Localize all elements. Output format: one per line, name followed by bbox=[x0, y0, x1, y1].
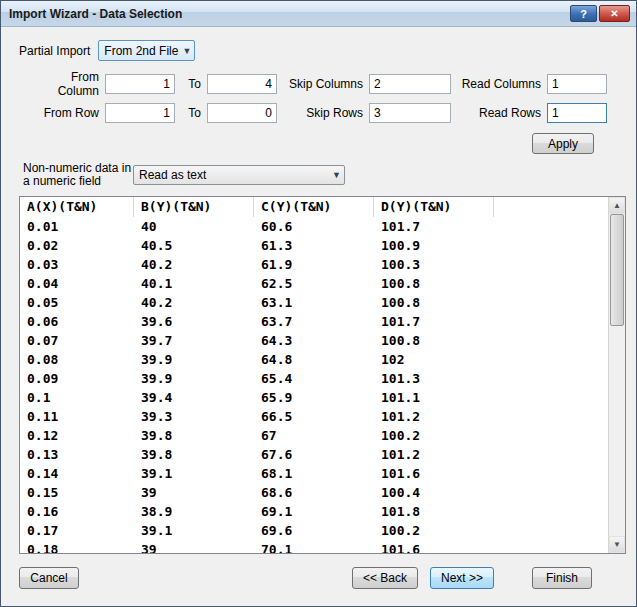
table-cell: 39.9 bbox=[134, 350, 254, 369]
table-cell: 0.02 bbox=[20, 236, 134, 255]
table-cell: 100.3 bbox=[374, 255, 494, 274]
column-header[interactable]: B(Y)(T&N) bbox=[134, 197, 254, 217]
table-cell: 100.4 bbox=[374, 483, 494, 502]
table-cell: 40.5 bbox=[134, 236, 254, 255]
table-cell: 0.12 bbox=[20, 426, 134, 445]
titlebar[interactable]: Import Wizard - Data Selection ? ✕ bbox=[1, 1, 636, 27]
data-preview-table: A(X)(T&N)B(Y)(T&N)C(Y)(T&N)D(Y)(T&N) 0.0… bbox=[19, 196, 626, 554]
non-numeric-dropdown[interactable]: Read as text ▼ bbox=[133, 165, 345, 185]
table-cell: 0.08 bbox=[20, 350, 134, 369]
table-row[interactable]: 0.0540.263.1100.8 bbox=[20, 293, 608, 312]
table-cell: 0.17 bbox=[20, 521, 134, 540]
table-row[interactable]: 0.139.465.9101.1 bbox=[20, 388, 608, 407]
scroll-up-icon: ▲ bbox=[613, 201, 621, 210]
table-row[interactable]: 0.0240.561.3100.9 bbox=[20, 236, 608, 255]
cancel-button[interactable]: Cancel bbox=[19, 567, 79, 589]
table-cell: 0.07 bbox=[20, 331, 134, 350]
skip-rows-input[interactable] bbox=[369, 103, 451, 123]
apply-row: Apply bbox=[1, 133, 594, 154]
table-row[interactable]: 0.0939.965.4101.3 bbox=[20, 369, 608, 388]
table-row[interactable]: 0.0639.663.7101.7 bbox=[20, 312, 608, 331]
table-cell: 39.8 bbox=[134, 445, 254, 464]
table-row[interactable]: 0.153968.6100.4 bbox=[20, 483, 608, 502]
from-column-label: From Column bbox=[31, 70, 105, 98]
vertical-scrollbar[interactable]: ▲ ▼ bbox=[608, 197, 625, 553]
read-rows-input[interactable] bbox=[547, 103, 607, 123]
table-row[interactable]: 0.0739.764.3100.8 bbox=[20, 331, 608, 350]
apply-button[interactable]: Apply bbox=[532, 133, 594, 154]
table-cell: 0.18 bbox=[20, 540, 134, 553]
table-row[interactable]: 0.0839.964.8102 bbox=[20, 350, 608, 369]
range-fields: From Column To Skip Columns Read Columns… bbox=[31, 73, 636, 131]
help-icon: ? bbox=[580, 8, 587, 20]
to-column-label: To bbox=[175, 77, 207, 91]
from-column-input[interactable] bbox=[105, 74, 175, 94]
help-button[interactable]: ? bbox=[570, 5, 597, 22]
skip-columns-input[interactable] bbox=[369, 74, 451, 94]
scrollbar-track[interactable] bbox=[609, 214, 625, 536]
table-row[interactable]: 0.1638.969.1101.8 bbox=[20, 502, 608, 521]
table-cell: 0.06 bbox=[20, 312, 134, 331]
table-cell: 68.1 bbox=[254, 464, 374, 483]
scroll-up-button[interactable]: ▲ bbox=[609, 197, 625, 214]
table-row[interactable]: 0.0440.162.5100.8 bbox=[20, 274, 608, 293]
from-row-label: From Row bbox=[31, 106, 105, 120]
to-row-input[interactable] bbox=[207, 103, 277, 123]
to-row-label: To bbox=[175, 106, 207, 120]
table-cell: 40 bbox=[134, 217, 254, 236]
table-cell: 68.6 bbox=[254, 483, 374, 502]
table-row[interactable]: 0.1339.867.6101.2 bbox=[20, 445, 608, 464]
table-cell: 61.3 bbox=[254, 236, 374, 255]
table-row[interactable]: 0.1439.168.1101.6 bbox=[20, 464, 608, 483]
next-button[interactable]: Next >> bbox=[430, 567, 494, 589]
column-header[interactable]: A(X)(T&N) bbox=[20, 197, 134, 217]
table-cell: 65.4 bbox=[254, 369, 374, 388]
table-grid: A(X)(T&N)B(Y)(T&N)C(Y)(T&N)D(Y)(T&N) 0.0… bbox=[20, 197, 608, 553]
column-header[interactable]: C(Y)(T&N) bbox=[254, 197, 374, 217]
chevron-down-icon: ▼ bbox=[179, 46, 194, 56]
scrollbar-thumb[interactable] bbox=[610, 214, 624, 326]
table-row[interactable]: 0.1239.867100.2 bbox=[20, 426, 608, 445]
non-numeric-row: Non-numeric data in a numeric field Read… bbox=[23, 162, 636, 188]
table-cell: 39 bbox=[134, 540, 254, 553]
table-cell: 102 bbox=[374, 350, 494, 369]
table-cell: 101.8 bbox=[374, 502, 494, 521]
close-button[interactable]: ✕ bbox=[599, 5, 630, 22]
table-cell: 0.11 bbox=[20, 407, 134, 426]
table-row[interactable]: 0.0340.261.9100.3 bbox=[20, 255, 608, 274]
table-cell: 0.04 bbox=[20, 274, 134, 293]
table-cell: 63.1 bbox=[254, 293, 374, 312]
table-cell: 66.5 bbox=[254, 407, 374, 426]
scroll-down-button[interactable]: ▼ bbox=[609, 536, 625, 553]
from-row-input[interactable] bbox=[105, 103, 175, 123]
table-header-row: A(X)(T&N)B(Y)(T&N)C(Y)(T&N)D(Y)(T&N) bbox=[20, 197, 608, 217]
table-row[interactable]: 0.1139.366.5101.2 bbox=[20, 407, 608, 426]
read-rows-label: Read Rows bbox=[451, 106, 547, 120]
table-row[interactable]: 0.014060.6101.7 bbox=[20, 217, 608, 236]
table-cell: 67.6 bbox=[254, 445, 374, 464]
back-button[interactable]: << Back bbox=[352, 567, 418, 589]
table-cell: 62.5 bbox=[254, 274, 374, 293]
table-cell: 0.09 bbox=[20, 369, 134, 388]
partial-import-dropdown[interactable]: From 2nd File C ▼ bbox=[98, 40, 195, 61]
partial-import-label: Partial Import bbox=[19, 44, 90, 58]
table-cell: 39.1 bbox=[134, 521, 254, 540]
table-cell: 39.8 bbox=[134, 426, 254, 445]
table-cell: 100.2 bbox=[374, 521, 494, 540]
import-wizard-dialog: Import Wizard - Data Selection ? ✕ Parti… bbox=[0, 0, 637, 607]
table-cell: 101.6 bbox=[374, 464, 494, 483]
to-column-input[interactable] bbox=[207, 74, 277, 94]
finish-button[interactable]: Finish bbox=[532, 567, 592, 589]
skip-columns-label: Skip Columns bbox=[277, 77, 369, 91]
table-cell: 39.3 bbox=[134, 407, 254, 426]
non-numeric-value: Read as text bbox=[139, 168, 329, 182]
table-cell: 38.9 bbox=[134, 502, 254, 521]
read-columns-input[interactable] bbox=[547, 74, 607, 94]
column-header[interactable]: D(Y)(T&N) bbox=[374, 197, 494, 217]
table-cell: 101.2 bbox=[374, 445, 494, 464]
table-row[interactable]: 0.183970.1101.6 bbox=[20, 540, 608, 553]
table-row[interactable]: 0.1739.169.6100.2 bbox=[20, 521, 608, 540]
caption-buttons: ? ✕ bbox=[570, 5, 630, 22]
table-cell: 101.1 bbox=[374, 388, 494, 407]
table-cell: 70.1 bbox=[254, 540, 374, 553]
